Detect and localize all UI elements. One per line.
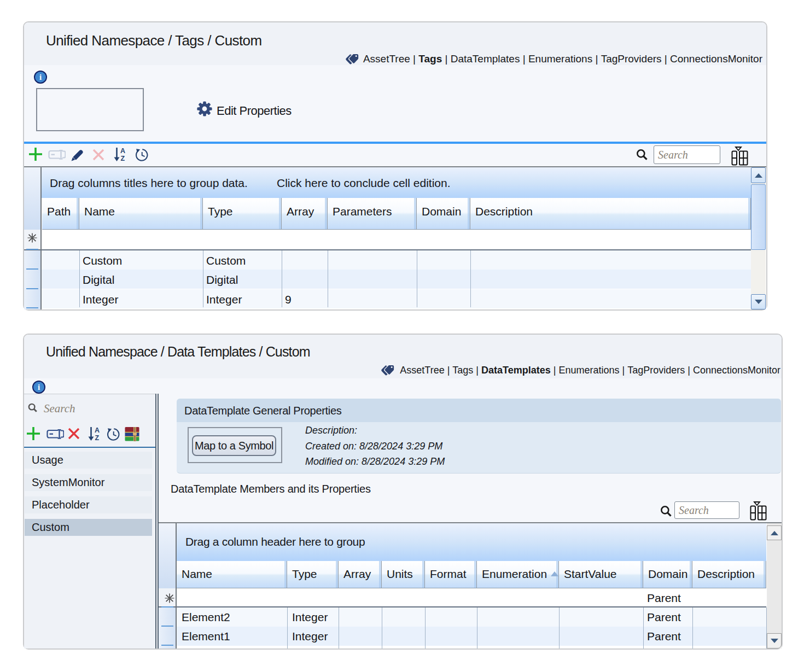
svg-text:A: A [120,147,125,155]
svg-text:Z: Z [121,155,125,162]
svg-text:Z: Z [95,434,100,442]
svg-text:A: A [95,426,100,434]
